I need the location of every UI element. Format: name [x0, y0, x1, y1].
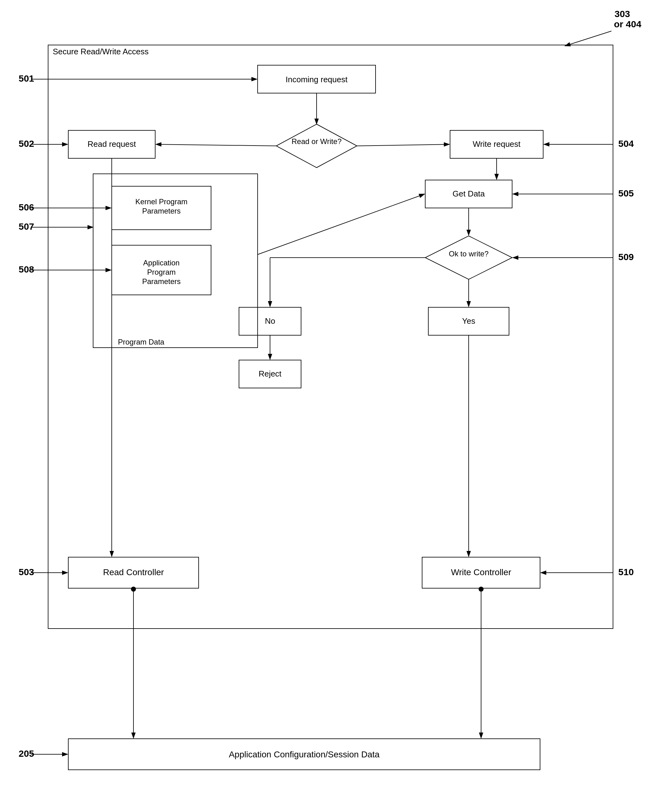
ok-to-write-label: Ok to write?	[449, 249, 489, 258]
svg-line-15	[357, 144, 450, 146]
app-program-params-label2: Program	[147, 268, 176, 276]
label-508: 508	[18, 264, 34, 274]
label-510: 510	[618, 567, 634, 577]
kernel-program-params-label: Kernel Program	[135, 198, 187, 206]
no-label: No	[265, 316, 275, 325]
kernel-program-params-label2: Parameters	[142, 207, 181, 215]
svg-line-11	[156, 144, 276, 146]
app-program-params-label3: Parameters	[142, 277, 181, 286]
svg-line-4	[565, 31, 611, 46]
svg-rect-3	[48, 45, 613, 629]
label-502: 502	[18, 138, 34, 149]
secure-rw-label: Secure Read/Write Access	[53, 47, 149, 56]
svg-line-29	[257, 194, 425, 254]
write-controller-label: Write Controller	[451, 568, 511, 577]
read-controller-label: Read Controller	[103, 568, 164, 577]
svg-marker-9	[276, 124, 357, 168]
label-504: 504	[618, 138, 634, 149]
label-205: 205	[18, 748, 34, 759]
label-503: 503	[18, 567, 34, 577]
read-or-write-label: Read or Write?	[292, 137, 342, 146]
yes-label: Yes	[462, 316, 475, 325]
label-506: 506	[18, 202, 34, 212]
program-data-label: Program Data	[118, 338, 164, 346]
diagram-container: Secure Read/Write Access 303 or 404 Inco…	[0, 0, 667, 812]
get-data-label: Get Data	[453, 189, 485, 198]
label-or-404: or 404	[614, 19, 642, 29]
label-501: 501	[18, 73, 34, 83]
reject-label: Reject	[259, 369, 282, 379]
svg-point-47	[131, 587, 136, 592]
svg-point-48	[479, 587, 484, 592]
incoming-request-label: Incoming request	[285, 75, 348, 84]
label-303-404: 303	[614, 9, 630, 19]
flowchart-svg: Secure Read/Write Access 303 or 404 Inco…	[0, 0, 667, 812]
read-request-label: Read request	[88, 139, 136, 149]
label-505: 505	[618, 188, 634, 198]
label-509: 509	[618, 252, 634, 262]
label-507: 507	[18, 221, 34, 232]
app-program-params-label: Application	[143, 259, 179, 267]
write-request-label: Write request	[473, 139, 521, 149]
app-config-label: Application Configuration/Session Data	[229, 750, 380, 759]
